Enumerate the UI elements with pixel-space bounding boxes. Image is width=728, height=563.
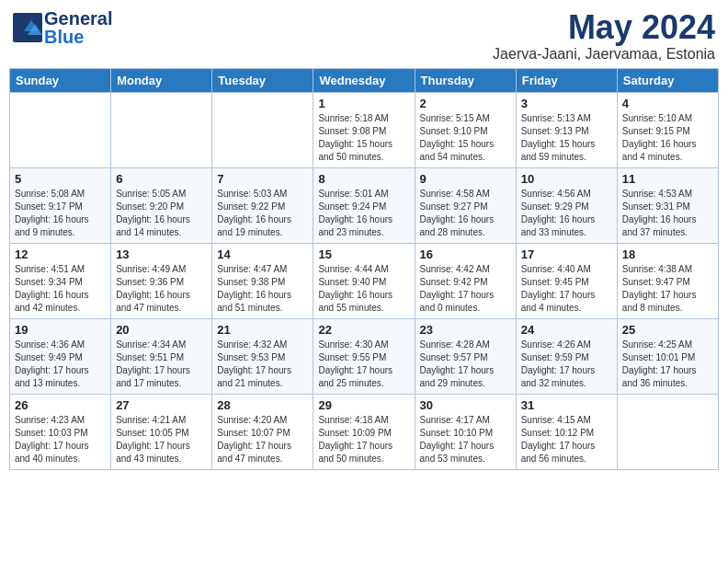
day-number: 11	[622, 172, 713, 186]
table-row: 30Sunrise: 4:17 AM Sunset: 10:10 PM Dayl…	[415, 394, 516, 469]
table-row	[10, 92, 111, 167]
day-info: Sunrise: 4:32 AM Sunset: 9:53 PM Dayligh…	[217, 339, 308, 390]
calendar-week-row: 1Sunrise: 5:18 AM Sunset: 9:08 PM Daylig…	[10, 92, 719, 167]
table-row: 21Sunrise: 4:32 AM Sunset: 9:53 PM Dayli…	[212, 318, 313, 394]
table-row: 5Sunrise: 5:08 AM Sunset: 9:17 PM Daylig…	[10, 167, 111, 243]
logo: General Blue	[13, 9, 112, 46]
calendar-week-row: 5Sunrise: 5:08 AM Sunset: 9:17 PM Daylig…	[10, 167, 719, 243]
day-number: 24	[521, 323, 612, 337]
day-info: Sunrise: 4:38 AM Sunset: 9:47 PM Dayligh…	[622, 263, 713, 315]
col-tuesday: Tuesday	[212, 68, 313, 92]
table-row: 4Sunrise: 5:10 AM Sunset: 9:15 PM Daylig…	[617, 92, 718, 167]
calendar-header-row: Sunday Monday Tuesday Wednesday Thursday…	[10, 68, 719, 92]
table-row: 9Sunrise: 4:58 AM Sunset: 9:27 PM Daylig…	[415, 167, 516, 243]
day-number: 21	[217, 323, 308, 337]
table-row: 25Sunrise: 4:25 AM Sunset: 10:01 PM Dayl…	[617, 318, 718, 394]
month-title: May 2024	[493, 9, 715, 46]
col-sunday: Sunday	[10, 68, 111, 92]
day-number: 30	[420, 398, 511, 412]
table-row: 13Sunrise: 4:49 AM Sunset: 9:36 PM Dayli…	[111, 243, 212, 318]
day-number: 15	[318, 247, 409, 261]
day-info: Sunrise: 4:47 AM Sunset: 9:38 PM Dayligh…	[217, 263, 308, 315]
day-info: Sunrise: 4:49 AM Sunset: 9:36 PM Dayligh…	[116, 263, 207, 315]
day-info: Sunrise: 5:01 AM Sunset: 9:24 PM Dayligh…	[318, 188, 409, 239]
table-row: 27Sunrise: 4:21 AM Sunset: 10:05 PM Dayl…	[111, 394, 212, 469]
day-number: 23	[420, 323, 511, 337]
day-info: Sunrise: 5:03 AM Sunset: 9:22 PM Dayligh…	[217, 188, 308, 239]
day-info: Sunrise: 5:13 AM Sunset: 9:13 PM Dayligh…	[521, 112, 612, 164]
day-number: 20	[116, 323, 207, 337]
table-row: 17Sunrise: 4:40 AM Sunset: 9:45 PM Dayli…	[516, 243, 617, 318]
table-row: 12Sunrise: 4:51 AM Sunset: 9:34 PM Dayli…	[10, 243, 111, 318]
day-number: 10	[521, 172, 612, 186]
table-row: 31Sunrise: 4:15 AM Sunset: 10:12 PM Dayl…	[516, 394, 617, 469]
day-info: Sunrise: 4:25 AM Sunset: 10:01 PM Daylig…	[622, 339, 713, 390]
day-info: Sunrise: 4:28 AM Sunset: 9:57 PM Dayligh…	[420, 339, 511, 390]
day-number: 25	[622, 323, 713, 337]
day-info: Sunrise: 4:44 AM Sunset: 9:40 PM Dayligh…	[318, 263, 409, 315]
table-row: 7Sunrise: 5:03 AM Sunset: 9:22 PM Daylig…	[212, 167, 313, 243]
day-number: 26	[15, 398, 106, 412]
location-title: Jaerva-Jaani, Jaervamaa, Estonia	[493, 46, 715, 63]
day-info: Sunrise: 4:53 AM Sunset: 9:31 PM Dayligh…	[622, 188, 713, 239]
logo-blue-text: Blue	[44, 28, 112, 46]
col-thursday: Thursday	[415, 68, 516, 92]
day-number: 16	[420, 247, 511, 261]
day-number: 1	[318, 97, 409, 110]
col-monday: Monday	[111, 68, 212, 92]
day-number: 31	[521, 398, 612, 412]
day-info: Sunrise: 4:34 AM Sunset: 9:51 PM Dayligh…	[116, 339, 207, 390]
table-row: 14Sunrise: 4:47 AM Sunset: 9:38 PM Dayli…	[212, 243, 313, 318]
day-number: 12	[15, 247, 106, 261]
page: General Blue May 2024 Jaerva-Jaani, Jaer…	[0, 0, 728, 563]
day-info: Sunrise: 4:15 AM Sunset: 10:12 PM Daylig…	[521, 414, 612, 465]
day-info: Sunrise: 4:30 AM Sunset: 9:55 PM Dayligh…	[318, 339, 409, 390]
table-row: 2Sunrise: 5:15 AM Sunset: 9:10 PM Daylig…	[415, 92, 516, 167]
day-number: 14	[217, 247, 308, 261]
day-number: 5	[15, 172, 106, 186]
day-number: 28	[217, 398, 308, 412]
table-row: 20Sunrise: 4:34 AM Sunset: 9:51 PM Dayli…	[111, 318, 212, 394]
day-info: Sunrise: 4:40 AM Sunset: 9:45 PM Dayligh…	[521, 263, 612, 315]
table-row: 15Sunrise: 4:44 AM Sunset: 9:40 PM Dayli…	[313, 243, 415, 318]
day-info: Sunrise: 4:56 AM Sunset: 9:29 PM Dayligh…	[521, 188, 612, 239]
day-info: Sunrise: 4:58 AM Sunset: 9:27 PM Dayligh…	[420, 188, 511, 239]
day-info: Sunrise: 5:15 AM Sunset: 9:10 PM Dayligh…	[420, 112, 511, 164]
day-number: 27	[116, 398, 207, 412]
table-row: 29Sunrise: 4:18 AM Sunset: 10:09 PM Dayl…	[313, 394, 415, 469]
table-row	[212, 92, 313, 167]
header: General Blue May 2024 Jaerva-Jaani, Jaer…	[9, 9, 719, 63]
table-row: 1Sunrise: 5:18 AM Sunset: 9:08 PM Daylig…	[313, 92, 415, 167]
table-row: 8Sunrise: 5:01 AM Sunset: 9:24 PM Daylig…	[313, 167, 415, 243]
table-row: 26Sunrise: 4:23 AM Sunset: 10:03 PM Dayl…	[10, 394, 111, 469]
table-row: 22Sunrise: 4:30 AM Sunset: 9:55 PM Dayli…	[313, 318, 415, 394]
table-row: 11Sunrise: 4:53 AM Sunset: 9:31 PM Dayli…	[617, 167, 718, 243]
day-number: 7	[217, 172, 308, 186]
table-row: 16Sunrise: 4:42 AM Sunset: 9:42 PM Dayli…	[415, 243, 516, 318]
table-row: 10Sunrise: 4:56 AM Sunset: 9:29 PM Dayli…	[516, 167, 617, 243]
day-number: 13	[116, 247, 207, 261]
calendar-table: Sunday Monday Tuesday Wednesday Thursday…	[9, 68, 719, 470]
table-row: 6Sunrise: 5:05 AM Sunset: 9:20 PM Daylig…	[111, 167, 212, 243]
table-row: 3Sunrise: 5:13 AM Sunset: 9:13 PM Daylig…	[516, 92, 617, 167]
logo-general-text: General	[44, 9, 112, 28]
day-info: Sunrise: 4:36 AM Sunset: 9:49 PM Dayligh…	[15, 339, 106, 390]
day-number: 17	[521, 247, 612, 261]
day-info: Sunrise: 5:18 AM Sunset: 9:08 PM Dayligh…	[318, 112, 409, 164]
day-number: 3	[521, 97, 612, 110]
day-number: 22	[318, 323, 409, 337]
table-row	[617, 394, 718, 469]
day-number: 19	[15, 323, 106, 337]
day-info: Sunrise: 5:08 AM Sunset: 9:17 PM Dayligh…	[15, 188, 106, 239]
day-info: Sunrise: 5:05 AM Sunset: 9:20 PM Dayligh…	[116, 188, 207, 239]
day-info: Sunrise: 4:21 AM Sunset: 10:05 PM Daylig…	[116, 414, 207, 465]
table-row: 23Sunrise: 4:28 AM Sunset: 9:57 PM Dayli…	[415, 318, 516, 394]
day-info: Sunrise: 4:26 AM Sunset: 9:59 PM Dayligh…	[521, 339, 612, 390]
day-number: 2	[420, 97, 511, 110]
calendar-week-row: 12Sunrise: 4:51 AM Sunset: 9:34 PM Dayli…	[10, 243, 719, 318]
day-info: Sunrise: 4:18 AM Sunset: 10:09 PM Daylig…	[318, 414, 409, 465]
day-number: 6	[116, 172, 207, 186]
table-row: 24Sunrise: 4:26 AM Sunset: 9:59 PM Dayli…	[516, 318, 617, 394]
table-row: 18Sunrise: 4:38 AM Sunset: 9:47 PM Dayli…	[617, 243, 718, 318]
col-wednesday: Wednesday	[313, 68, 415, 92]
